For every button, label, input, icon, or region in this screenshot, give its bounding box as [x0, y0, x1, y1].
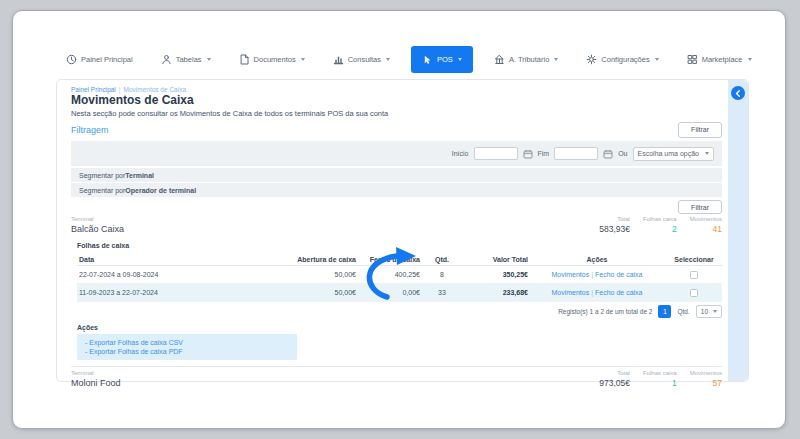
nav-item-configuracoes[interactable]: Configurações [579, 46, 665, 73]
page-1-button[interactable]: 1 [658, 305, 671, 318]
cell-valor-total: 350,25€ [464, 271, 528, 278]
header-data: Data [77, 256, 270, 263]
export-csv-link[interactable]: - Exportar Folhas de caixa CSV [85, 338, 289, 347]
chevron-down-icon [713, 310, 717, 313]
government-building-icon [494, 54, 505, 65]
cell-acoes: Movimentos|Fecho de caixa [528, 271, 666, 278]
stat-folhas-caixa: Folhas caixa 2 [643, 216, 677, 234]
filter-footer-row: Filtrar [71, 200, 722, 214]
stat-movimentos-label: Movimentos [690, 370, 722, 376]
ou-label: Ou [618, 150, 627, 157]
nav-item-label: Configurações [601, 55, 649, 64]
nav-item-label: POS [437, 55, 453, 64]
table-header-row: Data Abertura de caixa Fecho de caixa Qt… [77, 254, 722, 266]
segment-term: Terminal [125, 172, 154, 179]
stat-total-value: 973,05€ [599, 378, 630, 388]
fim-date-input[interactable] [554, 147, 598, 160]
stat-total: Total 973,05€ [599, 370, 630, 388]
nav-item-tabelas[interactable]: Tabelas [154, 46, 218, 73]
cell-fecho: 0,00€ [356, 289, 420, 296]
stat-movimentos: Movimentos 41 [690, 216, 722, 234]
terminal-stats: Total 973,05€ Folhas caixa 1 Movimentos … [599, 370, 722, 388]
stat-movimentos-value: 57 [690, 378, 722, 388]
table-row: 11-09-2023 a 22-07-2024 50,00€ 0,00€ 33 … [77, 284, 722, 302]
pagination-summary: Registo(s) 1 a 2 de um total de 2 [558, 308, 652, 315]
terminal-label: Terminal [71, 216, 124, 222]
terminal-stats: Total 583,93€ Folhas caixa 2 Movimentos … [599, 216, 722, 234]
cell-qtd: 8 [420, 271, 464, 278]
breadcrumb: Painel Principal | Movimentos de Caixa [71, 86, 722, 93]
inicio-date-input[interactable] [474, 147, 518, 160]
inicio-calendar-icon[interactable] [523, 149, 533, 159]
nav-item-a-tributario[interactable]: A. Tributário [487, 46, 565, 73]
nav-item-pos[interactable]: POS [411, 46, 473, 73]
export-pdf-link[interactable]: - Exportar Folhas de caixa PDF [85, 347, 289, 356]
terminal-summary-balcao-caixa: Terminal Balcão Caixa Total 583,93€ Folh… [71, 216, 722, 238]
row-checkbox[interactable] [690, 289, 698, 297]
fecho-de-caixa-link[interactable]: Fecho de caixa [595, 289, 642, 296]
chevron-down-icon [458, 58, 462, 61]
segment-by-operador-row[interactable]: Segmentar por Operador de terminal [71, 183, 722, 197]
nav-item-label: Marketplace [702, 55, 743, 64]
panel-content: Painel Principal | Movimentos de Caixa M… [57, 80, 748, 381]
header-qtd: Qtd. [420, 256, 464, 263]
filtrar-button-bottom[interactable]: Filtrar [678, 200, 722, 214]
cell-abertura: 50,00€ [270, 289, 356, 296]
desktop-background: Painel Principal Tabelas Documentos [0, 0, 800, 439]
filter-header-row: Filtragem Filtrar [71, 122, 722, 137]
grid-icon [687, 54, 698, 65]
nav-item-documentos[interactable]: Documentos [232, 46, 312, 73]
fim-label: Fim [538, 150, 550, 157]
cell-data: 11-09-2023 a 22-07-2024 [77, 289, 270, 296]
nav-item-painel-principal[interactable]: Painel Principal [59, 46, 140, 73]
chevron-left-icon [734, 89, 742, 98]
pagination: Registo(s) 1 a 2 de um total de 2 1 Qtd.… [71, 305, 722, 318]
section-divider [71, 366, 722, 367]
fim-calendar-icon[interactable] [603, 149, 613, 159]
dashboard-clock-icon [66, 54, 77, 65]
collapse-strip [728, 80, 748, 381]
header-acoes: Ações [528, 256, 666, 263]
segment-by-terminal-row[interactable]: Segmentar por Terminal [71, 168, 722, 182]
folhas-de-caixa-table: Data Abertura de caixa Fecho de caixa Qt… [77, 254, 722, 302]
stat-movimentos-value: 41 [690, 224, 722, 234]
fecho-de-caixa-link[interactable]: Fecho de caixa [595, 271, 642, 278]
terminal-identity: Terminal Balcão Caixa [71, 216, 124, 234]
cell-acoes: Movimentos|Fecho de caixa [528, 289, 666, 296]
chevron-down-icon [655, 58, 659, 61]
movimentos-link[interactable]: Movimentos [551, 271, 589, 278]
export-actions-box: - Exportar Folhas de caixa CSV - Exporta… [77, 334, 297, 360]
row-checkbox[interactable] [690, 271, 698, 279]
gear-icon [586, 54, 597, 65]
stat-folhas-caixa: Folhas caixa 1 [643, 370, 677, 388]
segment-prefix: Segmentar por [79, 172, 125, 179]
top-navigation: Painel Principal Tabelas Documentos [59, 44, 759, 74]
person-icon [161, 54, 172, 65]
table-row: 22-07-2024 a 09-08-2024 50,00€ 400,25€ 8… [77, 266, 722, 284]
page-size-value: 10 [701, 308, 708, 315]
filtrar-button-top[interactable]: Filtrar [678, 122, 722, 138]
main-panel: Painel Principal | Movimentos de Caixa M… [56, 79, 749, 382]
chevron-down-icon [554, 58, 558, 61]
segment-term: Operador de terminal [125, 187, 196, 194]
chevron-down-icon [705, 152, 709, 155]
nav-item-consultas[interactable]: Consultas [326, 46, 397, 73]
folhas-de-caixa-section-title: Folhas de caixa [77, 242, 722, 250]
stat-movimentos: Movimentos 57 [690, 370, 722, 388]
breadcrumb-home-link[interactable]: Painel Principal [71, 86, 116, 93]
period-select-value: Escolha uma opção [638, 150, 699, 157]
page-size-select[interactable]: 10 [696, 305, 722, 318]
stat-total-value: 583,93€ [599, 224, 630, 234]
cell-seleccionar [666, 271, 722, 279]
movimentos-link[interactable]: Movimentos [551, 289, 589, 296]
link-separator: | [591, 271, 593, 278]
nav-item-marketplace[interactable]: Marketplace [680, 46, 759, 73]
collapse-panel-button[interactable] [731, 86, 745, 100]
period-select[interactable]: Escolha uma opção [633, 147, 714, 161]
qtd-label: Qtd. [677, 308, 689, 315]
cell-qtd: 33 [420, 289, 464, 296]
bar-chart-icon [333, 54, 344, 65]
breadcrumb-current-link[interactable]: Movimentos de Caixa [124, 86, 187, 93]
breadcrumb-separator: | [119, 86, 121, 93]
chevron-down-icon [748, 58, 752, 61]
